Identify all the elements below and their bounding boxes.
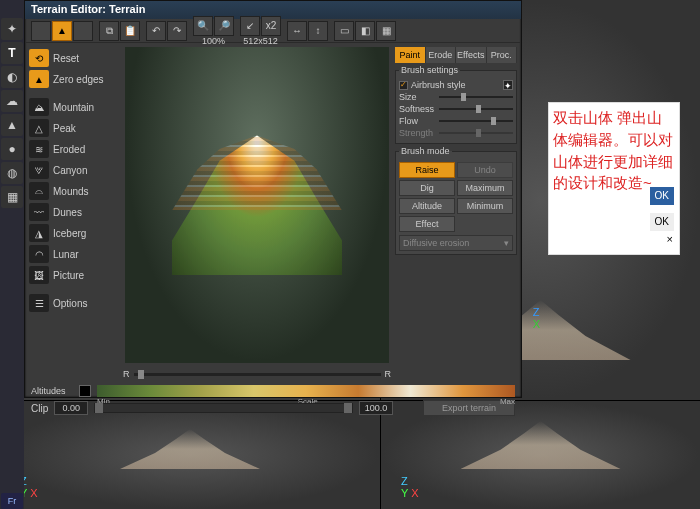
preset-label: Iceberg (53, 228, 86, 239)
preset-eroded[interactable]: ≋Eroded (29, 139, 119, 159)
preset-slot-1[interactable] (31, 21, 51, 41)
clip-range-slider[interactable] (94, 403, 353, 413)
softness-slider[interactable]: Softness (399, 104, 513, 114)
tool-button-8[interactable]: ▦ (1, 186, 23, 208)
eroded-icon: ≋ (29, 140, 49, 158)
terrain-persp-mesh (461, 421, 621, 469)
zoom-in-icon[interactable]: 🔎 (214, 16, 234, 36)
terrain-side-mesh (120, 429, 260, 469)
editor-footer: Altitudes Min Scale Max Clip 0.00 100.0 … (25, 381, 521, 420)
zoom-out-icon[interactable]: 🔍 (193, 16, 213, 36)
preset-iceberg[interactable]: ◮Iceberg (29, 223, 119, 243)
maximum-button[interactable]: Maximum (457, 180, 513, 196)
zero-edges-icon: ▲ (29, 70, 49, 88)
picture-icon: 🖼 (29, 266, 49, 284)
effect-button[interactable]: Effect (399, 216, 455, 232)
altitude-color-swatch[interactable] (79, 385, 91, 397)
clip-min-input[interactable]: 0.00 (54, 401, 88, 415)
preset-label: Peak (53, 123, 76, 134)
tool-button-6[interactable]: ● (1, 138, 23, 160)
preset-label: Eroded (53, 144, 85, 155)
mounds-icon: ⌓ (29, 182, 49, 200)
brush-panel: Paint Erode Effects Proc. Brush settings… (393, 43, 521, 381)
preset-picture[interactable]: 🖼Picture (29, 265, 119, 285)
clip-max-input[interactable]: 100.0 (359, 401, 393, 415)
size-slider[interactable]: Size (399, 92, 513, 102)
terrain-3d-preview[interactable]: R R (121, 43, 393, 381)
preset-label: Mountain (53, 102, 94, 113)
annotation-text: 双击山体 弹出山体编辑器。可以对山体进行更加详细的设计和改造~ (553, 109, 673, 191)
tool-button-3[interactable]: ◐ (1, 66, 23, 88)
preset-options[interactable]: ☰Options (29, 293, 119, 313)
peak-icon: △ (29, 119, 49, 137)
shape-picker-icon[interactable]: ✦ (503, 80, 513, 90)
canyon-icon: ⩔ (29, 161, 49, 179)
mirror-v-icon[interactable]: ↕ (308, 21, 328, 41)
preset-label: Dunes (53, 207, 82, 218)
tab-erode[interactable]: Erode (426, 47, 457, 63)
preset-peak[interactable]: △Peak (29, 118, 119, 138)
undo-button[interactable]: Undo (457, 162, 513, 178)
effect-dropdown[interactable]: Diffusive erosion ▾ (399, 235, 513, 251)
annotation-ok-button-2[interactable]: OK (649, 212, 675, 233)
slider-label-r: R (385, 369, 392, 379)
cloud-tool-icon[interactable]: ☁ (1, 90, 23, 112)
tool-button-5[interactable]: ▲ (1, 114, 23, 136)
slider-label-l: R (123, 369, 130, 379)
tab-proc[interactable]: Proc. (487, 47, 518, 63)
tool-button-7[interactable]: ◍ (1, 162, 23, 184)
lunar-icon: ◠ (29, 245, 49, 263)
tab-paint[interactable]: Paint (395, 47, 426, 63)
preset-slot-2-active[interactable]: ▲ (52, 21, 72, 41)
altitude-gradient[interactable]: Min Scale Max (97, 385, 515, 397)
preset-mountain[interactable]: ⛰Mountain (29, 97, 119, 117)
copy-icon[interactable]: ⧉ (99, 21, 119, 41)
altitude-button[interactable]: Altitude (399, 198, 455, 214)
preset-dunes[interactable]: 〰Dunes (29, 202, 119, 222)
preset-lunar[interactable]: ◠Lunar (29, 244, 119, 264)
brush-settings-group: Brush settings Airbrush style ✦ Size Sof… (395, 65, 517, 144)
text-tool-icon[interactable]: T (1, 42, 23, 64)
redo-icon[interactable]: ↷ (167, 21, 187, 41)
res-up-icon[interactable]: x2 (261, 16, 281, 36)
flow-slider[interactable]: Flow (399, 116, 513, 126)
airbrush-checkbox[interactable] (399, 81, 408, 90)
strength-slider: Strength (399, 128, 513, 138)
preset-label: Reset (53, 53, 79, 64)
options-icon: ☰ (29, 294, 49, 312)
right-tabs: Paint Erode Effects Proc. (395, 47, 517, 63)
terrain-strata-render (172, 135, 342, 210)
annotation-ok-button[interactable]: OK (649, 186, 675, 207)
preset-label: Lunar (53, 249, 79, 260)
clip-label: Clip (31, 403, 48, 414)
side-tab-front[interactable]: Fr (1, 493, 23, 509)
paste-icon[interactable]: 📋 (120, 21, 140, 41)
preview-bottom-slider[interactable]: R R (123, 369, 391, 379)
brush-mode-group: Brush mode Raise Undo Dig Maximum Altitu… (395, 146, 517, 255)
tool-extra-1[interactable]: ▭ (334, 21, 354, 41)
res-down-icon[interactable]: ↙ (240, 16, 260, 36)
preset-label: Zero edges (53, 74, 104, 85)
annotation-callout: 双击山体 弹出山体编辑器。可以对山体进行更加详细的设计和改造~ OK OK × (548, 102, 680, 255)
mirror-h-icon[interactable]: ↔ (287, 21, 307, 41)
preset-mounds[interactable]: ⌓Mounds (29, 181, 119, 201)
tool-extra-3[interactable]: ▦ (376, 21, 396, 41)
undo-icon[interactable]: ↶ (146, 21, 166, 41)
tool-button-1[interactable]: ✦ (1, 18, 23, 40)
preset-zero-edges[interactable]: ▲ Zero edges (29, 69, 119, 89)
annotation-close-icon[interactable]: × (667, 232, 673, 248)
preset-reset[interactable]: ⟲ Reset (29, 48, 119, 68)
tab-effects[interactable]: Effects (456, 47, 487, 63)
dig-button[interactable]: Dig (399, 180, 455, 196)
preset-slot-3[interactable] (73, 21, 93, 41)
altitudes-label: Altitudes (31, 386, 73, 396)
preset-list: ⟲ Reset ▲ Zero edges ⛰Mountain △Peak ≋Er… (25, 43, 121, 381)
raise-button[interactable]: Raise (399, 162, 455, 178)
preset-canyon[interactable]: ⩔Canyon (29, 160, 119, 180)
tool-extra-2[interactable]: ◧ (355, 21, 375, 41)
iceberg-icon: ◮ (29, 224, 49, 242)
preset-label: Mounds (53, 186, 89, 197)
grad-max: Max (500, 397, 515, 406)
preset-label: Canyon (53, 165, 87, 176)
minimum-button[interactable]: Minimum (457, 198, 513, 214)
